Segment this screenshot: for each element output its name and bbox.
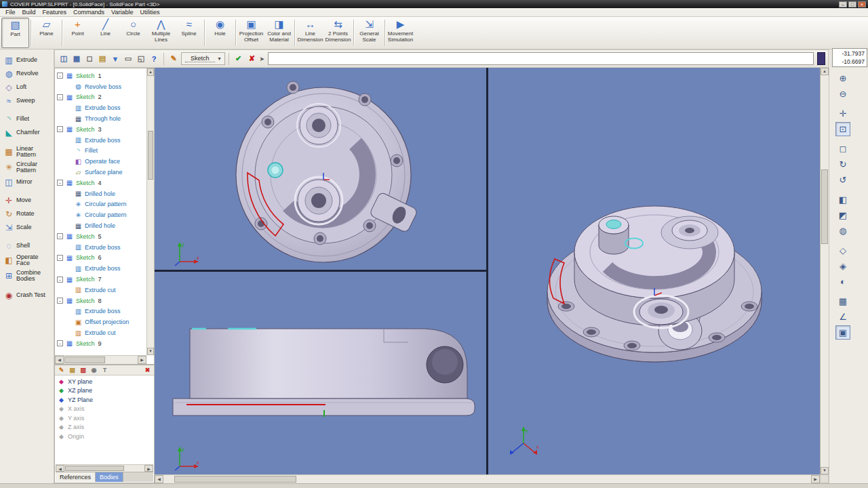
tree-sketch-8[interactable]: -▦Sketch8 <box>56 296 146 306</box>
close-button[interactable]: × <box>858 1 866 7</box>
menu-variable[interactable]: Variable <box>108 9 136 16</box>
scroll-thumb[interactable] <box>65 466 124 471</box>
viewport-pane-front-view[interactable]: x y <box>155 272 486 474</box>
zoom-out-icon[interactable]: ⊖ <box>835 87 850 101</box>
tree-horizontal-scrollbar[interactable]: ◀ ▶ <box>55 355 146 364</box>
zoom-in-icon[interactable]: ⊕ <box>835 71 850 85</box>
tree-sketch-4[interactable]: -▦Sketch4 <box>56 178 146 188</box>
grid-toggle-icon[interactable]: ▦ <box>835 294 850 308</box>
sheet-icon[interactable]: ▤ <box>68 367 77 373</box>
toolbar-spline-button[interactable]: ≈Spline <box>175 18 203 48</box>
feature-circular-pattern-button[interactable]: ✳Circular Pattern <box>0 160 54 176</box>
tree-item-revolve-boss[interactable]: ◍Revolve boss <box>56 81 146 92</box>
edit-reference-icon[interactable]: ✎ <box>57 367 66 373</box>
feature-operate-face-button[interactable]: ◧Operate Face <box>0 253 54 268</box>
tree-item-extrude-boss[interactable]: ▥Extrude boss <box>56 102 146 113</box>
minimize-button[interactable]: – <box>839 1 847 7</box>
tree-item-extrude-cut[interactable]: ▥Extrude cut <box>56 285 146 296</box>
toolbar-circle-button[interactable]: ○Circle <box>119 18 147 48</box>
zoom-window-icon[interactable]: ⊡ <box>835 122 850 136</box>
tree-item-extrude-boss[interactable]: ▥Extrude boss <box>56 263 146 274</box>
toolbar-multiple-lines-button[interactable]: ⋀Multiple Lines <box>147 18 175 48</box>
scroll-track[interactable] <box>64 465 144 472</box>
reference-x-axis[interactable]: ◆X axis <box>55 405 154 414</box>
menu-build[interactable]: Build <box>19 9 39 16</box>
view-config-icon[interactable]: ▦ <box>71 53 83 65</box>
feature-revolve-button[interactable]: ◍Revolve <box>0 67 54 81</box>
help-icon[interactable]: ? <box>148 53 160 65</box>
tree-item-extrude-cut[interactable]: ▥Extrude cut <box>56 327 146 338</box>
toolbar-projection-offset-button[interactable]: ▣Projection Offset <box>237 18 265 48</box>
scroll-track[interactable] <box>64 356 138 364</box>
tree-sketch-2[interactable]: -▦Sketch2 <box>56 92 146 103</box>
print-icon[interactable]: ▭ <box>122 53 134 65</box>
reference-xy-plane[interactable]: ◆XY plane <box>55 377 154 386</box>
delete-reference-icon[interactable]: ▥ <box>79 367 87 373</box>
tree-sketch-6[interactable]: -▦Sketch6 <box>56 253 146 264</box>
pane-splitter-horizontal[interactable] <box>155 270 486 272</box>
collapse-icon[interactable]: - <box>57 277 63 283</box>
reference-y-axis[interactable]: ◆Y axis <box>55 413 154 423</box>
viewport-vertical-scrollbar[interactable]: ▲ ▼ <box>820 68 829 474</box>
command-input[interactable] <box>268 52 814 65</box>
viewport-horizontal-scrollbar[interactable]: ◀ ▶ <box>155 474 820 483</box>
collapse-icon[interactable]: - <box>57 180 63 186</box>
isometric-view-icon[interactable]: ◩ <box>835 208 850 222</box>
toolbar-movement-simulation-button[interactable]: ▶Movement Simulation <box>387 18 414 48</box>
toolbar-2-points-dimension-button[interactable]: ⇆2 Points Dimension <box>324 18 352 48</box>
collapse-icon[interactable]: - <box>57 94 63 100</box>
menu-features[interactable]: Features <box>39 9 71 16</box>
scroll-down-arrow[interactable]: ▼ <box>821 467 829 474</box>
zoom-fit-icon[interactable]: ◻ <box>835 142 850 156</box>
toolbar-part-button[interactable]: ▧Part <box>1 18 29 48</box>
tree-item-through-hole[interactable]: ▦Through hole <box>56 113 146 124</box>
tab-bodies[interactable]: Bodies <box>96 472 123 482</box>
feature-combine-bodies-button[interactable]: ⊞Combine Bodies <box>0 268 54 284</box>
collapse-icon[interactable]: - <box>57 233 63 239</box>
tree-item-drilled-hole[interactable]: ▦Drilled hole <box>56 188 146 199</box>
feature-crash-test-button[interactable]: ◉Crash Test <box>0 289 54 302</box>
tree-sketch-1[interactable]: -▦Sketch1 <box>56 70 146 81</box>
visibility-icon[interactable]: ◉ <box>90 367 98 373</box>
menu-utilities[interactable]: Utilities <box>136 9 163 16</box>
tree-item-circular-pattern[interactable]: ✳Circular pattern <box>56 199 146 210</box>
scroll-up-arrow[interactable]: ▲ <box>147 68 154 76</box>
scroll-thumb[interactable] <box>64 357 105 363</box>
scroll-left-arrow[interactable]: ◀ <box>55 356 64 364</box>
collapse-icon[interactable]: - <box>57 255 63 261</box>
scroll-up-arrow[interactable]: ▲ <box>821 68 829 75</box>
collapse-icon[interactable]: - <box>57 126 63 132</box>
tree-item-operate-face[interactable]: ◧Operate face <box>56 156 146 167</box>
save-icon[interactable]: ▼ <box>109 53 121 65</box>
tree-vertical-scrollbar[interactable]: ▲ ▼ <box>146 68 154 355</box>
scroll-thumb[interactable] <box>821 169 828 244</box>
toolbar-color-and-material-button[interactable]: ◨Color and Material <box>265 18 293 48</box>
tree-sketch-9[interactable]: -▦Sketch9 <box>56 338 146 349</box>
viewport-pane-isometric-view[interactable]: y x <box>488 68 820 474</box>
close-panel-icon[interactable]: ✖ <box>143 367 152 373</box>
feature-linear-pattern-button[interactable]: ▦Linear Pattern <box>0 144 54 160</box>
tree-item-circular-pattern[interactable]: ✳Circular pattern <box>56 209 146 220</box>
menu-commands[interactable]: Commands <box>70 9 108 16</box>
maximize-button[interactable]: □ <box>848 1 856 7</box>
collapse-icon[interactable]: - <box>57 73 63 79</box>
tree-item-extrude-boss[interactable]: ▥Extrude boss <box>56 306 146 317</box>
pane-splitter-vertical[interactable] <box>486 68 488 474</box>
wireframe-view-icon[interactable]: ◇ <box>835 243 850 258</box>
scroll-right-arrow[interactable]: ▶ <box>138 356 146 364</box>
scroll-left-arrow[interactable]: ◀ <box>155 475 163 483</box>
references-horizontal-scrollbar[interactable]: ◀ ▶ <box>56 464 153 472</box>
window-layout-icon[interactable]: ◫ <box>58 53 70 65</box>
open-icon[interactable]: ▤ <box>96 53 108 65</box>
scroll-left-arrow[interactable]: ◀ <box>56 465 64 472</box>
measure-icon[interactable]: ∠ <box>835 310 850 324</box>
feature-mirror-button[interactable]: ◫Mirror <box>0 176 54 189</box>
pan-icon[interactable]: ✛ <box>835 106 850 121</box>
toolbar-line-button[interactable]: ╱Line <box>92 18 119 48</box>
toolbar-hole-button[interactable]: ◉Hole <box>206 18 234 48</box>
menu-file[interactable]: File <box>2 9 19 16</box>
tree-sketch-5[interactable]: -▦Sketch5 <box>56 231 146 242</box>
orbit-view-icon[interactable]: ↺ <box>835 173 850 187</box>
reference-origin[interactable]: ◆Origin <box>55 432 154 441</box>
feature-fillet-button[interactable]: ◝Fillet <box>0 113 54 126</box>
